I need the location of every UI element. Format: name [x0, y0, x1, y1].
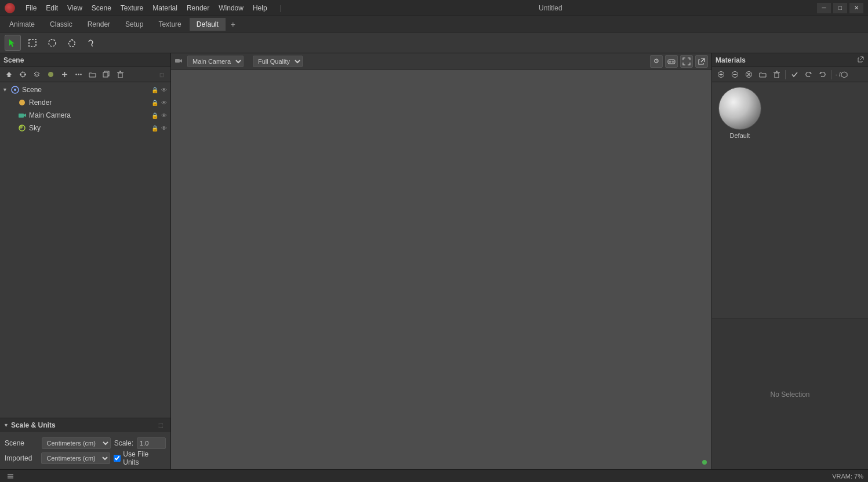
lock-icon-camera: 🔒	[151, 111, 159, 119]
no-selection-text: No Selection	[770, 390, 809, 399]
close-button[interactable]: ✕	[849, 3, 863, 13]
scene-home-button[interactable]	[2, 69, 15, 81]
menu-texture[interactable]: Texture	[117, 3, 147, 13]
vr-icon	[667, 57, 675, 65]
scene-tree-icons: 🔒 👁	[151, 86, 168, 94]
materials-header-right	[858, 56, 865, 64]
svg-point-30	[672, 60, 674, 63]
menu-separator: |	[280, 4, 282, 12]
materials-remove-button[interactable]	[728, 69, 741, 81]
scene-sphere-button[interactable]	[44, 69, 57, 81]
scale-panel-header[interactable]: ▼ Scale & Units ⬚	[0, 418, 170, 432]
viewport-canvas[interactable]	[171, 70, 711, 469]
menu-help[interactable]: Help	[249, 3, 271, 13]
menu-view[interactable]: View	[64, 3, 86, 13]
camera-select[interactable]: Main Camera	[187, 56, 244, 67]
rect-select-tool-button[interactable]	[24, 35, 41, 51]
materials-clear-button[interactable]	[742, 69, 755, 81]
svg-point-8	[48, 72, 53, 77]
circle-select-tool-button[interactable]	[44, 35, 60, 51]
tree-item-render[interactable]: Render 🔒 👁	[0, 96, 170, 109]
hamburger-icon	[6, 472, 14, 480]
tab-default[interactable]: Default	[190, 18, 226, 31]
apply-icon	[791, 71, 798, 78]
viewport-camera-icon	[175, 57, 183, 66]
popout-icon	[698, 57, 706, 65]
statusbar-menu-button[interactable]	[5, 470, 16, 482]
materials-panel-title: Materials	[716, 56, 746, 64]
use-file-units-label[interactable]: Use File Units	[114, 450, 166, 466]
viewport-settings-button[interactable]: ⚙	[650, 55, 663, 68]
scale-panel-resize[interactable]: ⬚	[154, 419, 167, 431]
viewport-vr-button[interactable]	[665, 55, 678, 68]
svg-point-11	[75, 74, 77, 75]
viewport-toolbar: Main Camera Full Quality ⚙	[171, 53, 711, 70]
menu-file[interactable]: File	[22, 3, 40, 13]
materials-delete-button[interactable]	[770, 69, 783, 81]
tree-label-scene: Scene	[22, 86, 151, 94]
imported-unit-select[interactable]: Centimeters (cm)	[41, 452, 110, 464]
tab-animate[interactable]: Animate	[2, 18, 42, 31]
scene-panel-resize[interactable]: ⬚	[155, 69, 168, 81]
materials-popout-button[interactable]	[858, 56, 865, 64]
scene-add-button[interactable]	[58, 69, 71, 81]
quality-select[interactable]: Full Quality	[253, 56, 303, 67]
materials-folder-button[interactable]	[756, 69, 769, 81]
tab-render[interactable]: Render	[81, 18, 117, 31]
menu-window[interactable]: Window	[215, 3, 247, 13]
materials-reset-button[interactable]	[802, 69, 815, 81]
tab-setup[interactable]: Setup	[118, 18, 150, 31]
render-tree-icons: 🔒 👁	[151, 98, 168, 107]
menu-edit[interactable]: Edit	[42, 3, 61, 13]
tree-item-scene[interactable]: ▼ Scene 🔒 👁	[0, 83, 170, 96]
materials-add-button[interactable]	[714, 69, 727, 81]
folder-open-icon	[759, 71, 767, 78]
materials-apply-button[interactable]	[788, 69, 801, 81]
menu-scene[interactable]: Scene	[88, 3, 115, 13]
material-item-default[interactable]: Default	[717, 87, 763, 139]
select-tool-button[interactable]	[5, 35, 21, 51]
tab-classic[interactable]: Classic	[43, 18, 79, 31]
target-icon	[19, 71, 27, 78]
window-title: Untitled	[291, 4, 810, 12]
restore-button[interactable]: □	[833, 3, 847, 13]
svg-marker-0	[9, 39, 14, 47]
popout-small-icon	[858, 56, 865, 63]
materials-content: Default	[712, 82, 868, 319]
scene-layers-button[interactable]	[30, 69, 43, 81]
scene-folder-button[interactable]	[86, 69, 99, 81]
scene-dots-button[interactable]	[72, 69, 85, 81]
camera-node-icon	[17, 111, 27, 120]
vram-label: VRAM: 7%	[832, 473, 863, 480]
scale-value-input[interactable]	[137, 437, 166, 449]
viewport-fullscreen-button[interactable]	[680, 55, 693, 68]
materials-refresh-button[interactable]	[816, 69, 829, 81]
menu-material[interactable]: Material	[149, 3, 181, 13]
camera-tree-icons: 🔒 👁	[151, 111, 168, 119]
materials-slot-button[interactable]: - /	[834, 69, 849, 81]
tree-item-sky[interactable]: Sky 🔒 👁	[0, 122, 170, 134]
menu-render[interactable]: Render	[183, 3, 213, 13]
paint-select-icon	[87, 38, 96, 48]
viewport-status-dot	[702, 460, 707, 465]
no-selection-panel: No Selection	[712, 319, 868, 469]
scene-tree: ▼ Scene 🔒 👁 Render	[0, 82, 170, 418]
scene-target-button[interactable]	[16, 69, 29, 81]
paint-select-tool-button[interactable]	[83, 35, 100, 51]
render-node-icon	[17, 98, 27, 107]
viewport-popout-button[interactable]	[695, 55, 708, 68]
plus-circle-icon	[717, 71, 725, 78]
scene-copy-button[interactable]	[100, 69, 112, 81]
scene-unit-select[interactable]: Centimeters (cm)	[42, 437, 111, 449]
scene-delete-button[interactable]	[114, 69, 126, 81]
tab-texture[interactable]: Texture	[151, 18, 188, 31]
use-file-units-checkbox[interactable]	[114, 455, 121, 462]
svg-rect-16	[118, 73, 122, 78]
tree-item-camera[interactable]: Main Camera 🔒 👁	[0, 109, 170, 122]
scene-node-icon	[10, 85, 20, 94]
tab-add-button[interactable]: +	[227, 18, 239, 31]
polygon-select-tool-button[interactable]	[64, 35, 80, 51]
main-toolbar	[0, 32, 868, 53]
minimize-button[interactable]: ─	[817, 3, 831, 13]
svg-point-2	[49, 39, 56, 46]
